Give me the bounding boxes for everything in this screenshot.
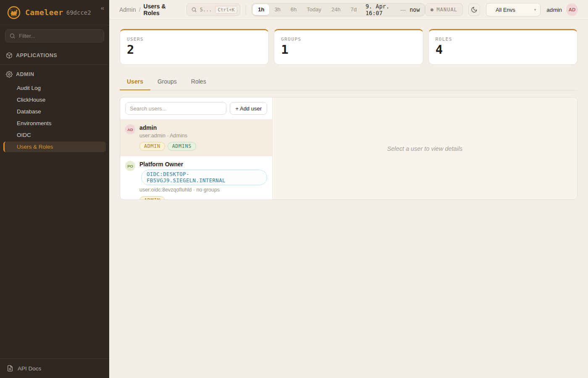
sidebar-filter-input[interactable] [5,29,104,42]
sidebar: Cameleer 69dcce2 « APPLICATIONS [0,0,109,378]
env-select[interactable]: All Envs ▾ [486,3,541,16]
sidebar-section-applications[interactable]: APPLICATIONS [0,48,109,63]
stat-label: USERS [127,37,262,42]
topbar: Admin / Users & Roles S... Ctrl+K 1h 3h … [109,0,588,20]
stat-label: ROLES [436,37,570,42]
search-icon [9,33,16,39]
theme-toggle-button[interactable] [468,3,480,16]
stat-card-roles: ROLES 4 [428,29,578,65]
global-search-placeholder: S... [200,7,212,13]
global-search-button[interactable]: S... Ctrl+K [186,3,241,16]
time-range-selector: 1h 3h 6h Today 24h 7d 9. Apr. 16:07 — no… [252,3,425,16]
api-docs-label: API Docs [18,365,41,372]
user-name: admin [139,124,196,131]
refresh-mode-label: MANUAL [437,7,457,13]
group-badge-admins: ADMINS [168,142,196,151]
user-list-toolbar: + Add user [120,97,272,119]
time-range-today[interactable]: Today [302,4,326,15]
package-icon [6,52,13,59]
sidebar-item-audit-log[interactable]: Audit Log [3,83,106,93]
stat-card-users: USERS 2 [120,29,269,65]
user-row-body: Platform Owner OIDC:DESKTOP-FB5VGJ9.SIEG… [139,161,267,200]
user-row-avatar: AD [125,124,135,134]
time-range-7d[interactable]: 7d [346,4,362,15]
sidebar-filter [5,29,104,42]
time-range-6h[interactable]: 6h [286,4,302,15]
env-select-value: All Envs [496,7,515,13]
refresh-mode-badge[interactable]: MANUAL [425,3,463,16]
user-badges: ADMIN [139,196,267,200]
user-row-platform-owner[interactable]: PO Platform Owner OIDC:DESKTOP-FB5VGJ9.S… [120,156,272,200]
sidebar-section-admin[interactable]: ADMIN [0,67,109,81]
stat-label: GROUPS [281,37,416,42]
gear-icon [6,71,13,78]
section-label: APPLICATIONS [16,52,57,58]
section-label: ADMIN [16,71,34,77]
sidebar-header: Cameleer 69dcce2 « [0,0,109,25]
breadcrumb-separator: / [139,6,141,13]
breadcrumb-current: Users & Roles [144,3,181,16]
user-meta: user:admin · Admins [139,133,196,139]
user-row-admin[interactable]: AD admin user:admin · Admins ADMIN ADMIN… [120,119,272,156]
stat-value: 2 [127,42,262,57]
user-list-column: + Add user AD admin user:admin · Admins … [120,97,273,200]
user-name: Platform Owner [139,161,267,168]
detail-empty-placeholder: Select a user to view details [387,145,463,152]
tab-groups[interactable]: Groups [150,75,184,90]
time-to-value[interactable]: now [406,6,423,13]
breadcrumb-parent[interactable]: Admin [119,6,136,13]
page-content: USERS 2 GROUPS 1 ROLES 4 Users Groups Ro… [109,20,588,200]
topbar-divider [246,5,246,15]
sidebar-item-users-roles[interactable]: Users & Roles [3,142,106,152]
search-icon [191,7,197,13]
main-area: Admin / Users & Roles S... Ctrl+K 1h 3h … [109,0,588,378]
time-range-dash: — [400,7,406,13]
stat-cards: USERS 2 GROUPS 1 ROLES 4 [120,29,578,65]
api-docs-link[interactable]: API Docs [0,358,109,378]
moon-icon [471,6,478,13]
chevron-down-icon: ▾ [534,8,536,12]
add-user-button[interactable]: + Add user [230,102,267,115]
document-icon [7,365,13,372]
sidebar-nav: APPLICATIONS ADMIN Audit Log ClickHouse … [0,45,109,358]
oidc-provider-badge: OIDC:DESKTOP-FB5VGJ9.SIEGELN.INTERNAL [141,170,267,185]
tab-bar: Users Groups Roles [120,75,578,90]
user-row-body: admin user:admin · Admins ADMIN ADMINS [139,124,196,151]
sidebar-divider [0,65,109,65]
app-window: Cameleer 69dcce2 « APPLICATIONS [0,0,588,378]
stat-value: 4 [436,42,570,57]
user-badges: ADMIN ADMINS [139,142,196,151]
brand-name: Cameleer [25,8,63,17]
time-range-3h[interactable]: 3h [269,4,285,15]
stat-value: 1 [281,42,416,57]
search-users-input[interactable] [125,102,226,115]
sidebar-item-database[interactable]: Database [3,106,106,117]
time-from-value[interactable]: 9. Apr. 16:07 [362,3,400,16]
build-hash: 69dcce2 [66,9,91,16]
user-avatar[interactable]: AD [566,3,578,16]
users-panel: + Add user AD admin user:admin · Admins … [120,97,578,200]
status-dot-icon [430,8,433,11]
shortcut-kbd: Ctrl+K [215,6,238,14]
role-badge-admin: ADMIN [139,142,165,151]
cameleer-logo-icon [7,5,21,20]
time-range-24h[interactable]: 24h [326,4,346,15]
stat-card-groups: GROUPS 1 [274,29,423,65]
user-row-avatar: PO [125,161,135,171]
sidebar-collapse-icon[interactable]: « [101,4,104,11]
user-detail-panel: Select a user to view details [273,97,577,200]
current-user-name: admin [546,7,562,13]
tab-users[interactable]: Users [120,75,150,90]
sidebar-item-oidc[interactable]: OIDC [3,130,106,140]
tab-roles[interactable]: Roles [184,75,213,90]
sidebar-item-clickhouse[interactable]: ClickHouse [3,94,106,105]
time-range-1h[interactable]: 1h [253,4,269,15]
user-meta: user:oidc:8evzqofluhld · no groups [139,187,267,193]
role-badge-admin: ADMIN [139,196,165,200]
sidebar-item-environments[interactable]: Environments [3,118,106,129]
